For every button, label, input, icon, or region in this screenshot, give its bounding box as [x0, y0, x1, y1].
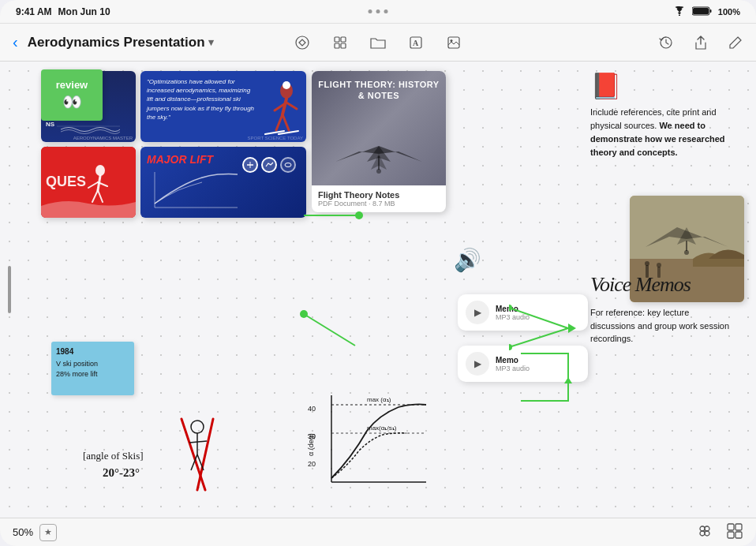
- svg-rect-7: [335, 43, 339, 48]
- svg-point-76: [705, 526, 709, 531]
- sticky-lift: 28% more lift: [56, 369, 129, 380]
- canvas-area: NS DYNAMICS N SKIS TANCE ARADOX NS AEROD…: [0, 62, 756, 518]
- pdf-card-image: FLIGHT THEORY: HISTORY & NOTES: [312, 71, 446, 185]
- text-icon[interactable]: A: [405, 32, 427, 54]
- svg-rect-2: [693, 8, 709, 14]
- svg-rect-83: [735, 532, 742, 538]
- pdf-card-label: Flight Theory Notes PDF Document · 8.7 M…: [312, 185, 446, 212]
- svg-point-75: [700, 526, 705, 531]
- svg-line-25: [283, 114, 289, 130]
- svg-marker-55: [568, 323, 576, 333]
- svg-rect-80: [728, 524, 734, 530]
- dot2: [376, 9, 380, 13]
- ipad-frame: 9:41 AM Mon Jun 10 100% ‹ Aerodynamics P…: [0, 0, 756, 546]
- back-button[interactable]: ‹: [9, 30, 21, 54]
- svg-text:20: 20: [308, 460, 316, 468]
- svg-line-20: [283, 99, 286, 114]
- book-icon: 📕: [590, 71, 744, 101]
- svg-point-57: [509, 344, 512, 350]
- ski-diagram: [158, 411, 260, 498]
- sticky-position: V ski position: [56, 359, 129, 369]
- slide-1-tag: AERODYNAMICS MASTER: [73, 136, 133, 140]
- ski-position-icons: [242, 157, 296, 173]
- title-chevron[interactable]: ▾: [208, 36, 214, 48]
- edit-icon[interactable]: [724, 32, 747, 54]
- sticky-review-eyes: 👀: [62, 92, 82, 111]
- layers-icon[interactable]: [696, 522, 713, 543]
- svg-point-78: [705, 531, 709, 536]
- svg-rect-11: [448, 37, 459, 48]
- toolbar-center-icons: A: [291, 32, 465, 54]
- slide-4-content: MAJOR LIFT: [147, 153, 300, 211]
- slide-2-tag: SPORT SCIENCE TODAY: [248, 136, 303, 140]
- svg-point-17: [300, 310, 308, 318]
- svg-point-29: [95, 165, 105, 176]
- bottom-toolbar: 50% ★: [0, 518, 756, 546]
- pdf-card-title: FLIGHT THEORY: HISTORY & NOTES: [312, 79, 446, 102]
- svg-point-50: [645, 261, 649, 266]
- status-bar: 9:41 AM Mon Jun 10 100%: [0, 0, 756, 24]
- status-time: 9:41 AM: [16, 6, 52, 17]
- voice-memos-description: For reference: key lecture discussions a…: [590, 306, 736, 346]
- svg-rect-6: [341, 37, 346, 42]
- svg-rect-8: [341, 43, 346, 48]
- favorite-icon[interactable]: ★: [39, 524, 57, 541]
- wifi-icon: [673, 6, 686, 17]
- status-bar-left: 9:41 AM Mon Jun 10: [16, 6, 110, 17]
- pencil-tool-icon[interactable]: [291, 32, 313, 54]
- svg-point-77: [700, 531, 705, 536]
- slide-2-quote: "Optimizations have allowed for increase…: [147, 77, 257, 122]
- svg-point-56: [509, 305, 512, 311]
- svg-text:α (deg): α (deg): [307, 433, 315, 456]
- svg-point-40: [285, 163, 291, 167]
- status-day: Mon Jun 10: [58, 6, 110, 17]
- angle-label: [angle of Skis]: [83, 450, 144, 462]
- toolbar-title: Aerodynamics Presentation ▾: [28, 35, 214, 50]
- grid-icon[interactable]: [726, 522, 743, 543]
- svg-point-21: [283, 81, 290, 89]
- svg-line-58: [182, 419, 205, 490]
- document-title: Aerodynamics Presentation: [28, 35, 205, 50]
- svg-line-23: [286, 103, 297, 109]
- folder-icon[interactable]: [367, 32, 389, 54]
- status-bar-right: 100%: [673, 6, 740, 17]
- slide-3-content: QUES: [41, 147, 136, 218]
- wave-lines: [41, 124, 136, 136]
- status-bar-center: [369, 9, 388, 13]
- audio-play-button-1[interactable]: ▶: [466, 301, 489, 324]
- voice-memos-title: Voice Memos: [590, 273, 691, 297]
- bottom-icons: [696, 522, 743, 543]
- image-icon[interactable]: [443, 32, 465, 54]
- sticky-blue-note[interactable]: 1984 V ski position 28% more lift: [51, 342, 134, 395]
- info-card-text: Include references, cite print and physi…: [590, 106, 744, 159]
- svg-point-4: [296, 36, 309, 49]
- slide-4[interactable]: MAJOR LIFT: [140, 147, 306, 218]
- dot3: [384, 9, 388, 13]
- svg-rect-82: [728, 532, 734, 538]
- svg-rect-81: [735, 524, 742, 530]
- sticky-review-text: review: [56, 79, 88, 91]
- audio-play-button-2[interactable]: ▶: [466, 352, 489, 376]
- svg-text:max(α₁/s₁): max(α₁/s₁): [367, 424, 397, 432]
- pdf-card[interactable]: FLIGHT THEORY: HISTORY & NOTES F: [312, 71, 446, 212]
- speaker-icon: 🔊: [454, 247, 481, 273]
- toolbar-right-icons: [655, 32, 747, 54]
- svg-point-60: [191, 421, 204, 433]
- voice-memo-arrows: [509, 290, 596, 369]
- page-indicator: [8, 266, 11, 313]
- info-card: 📕 Include references, cite print and phy…: [590, 71, 744, 159]
- svg-line-54: [509, 328, 568, 347]
- grid-view-icon[interactable]: [329, 32, 351, 54]
- share-icon[interactable]: [690, 32, 712, 54]
- svg-rect-5: [335, 37, 339, 42]
- sticky-year: 1984: [56, 346, 129, 357]
- sticky-review-note[interactable]: review 👀: [41, 69, 103, 121]
- history-icon[interactable]: [655, 32, 677, 54]
- angle-value: 20°-23°: [103, 466, 140, 480]
- slide-2[interactable]: "Optimizations have allowed for increase…: [140, 71, 306, 142]
- battery-icon: [692, 6, 712, 17]
- svg-point-43: [376, 169, 381, 174]
- svg-line-59: [197, 419, 213, 490]
- svg-text:QUES: QUES: [46, 174, 86, 189]
- slide-3[interactable]: QUES: [41, 147, 136, 218]
